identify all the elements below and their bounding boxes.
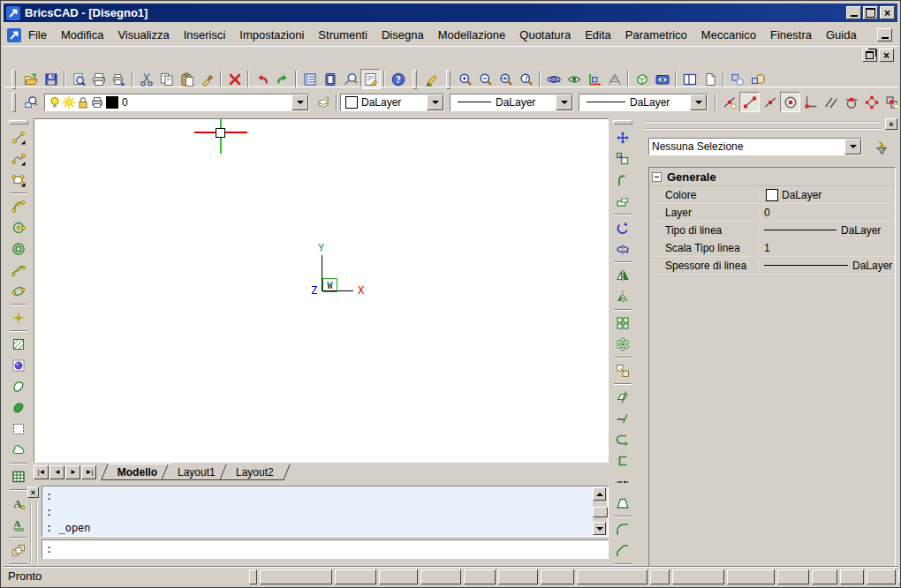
toolbar-grip[interactable] <box>11 93 16 112</box>
command-input[interactable] <box>42 539 609 559</box>
mirror-3d-button[interactable] <box>612 286 633 307</box>
snap-perpendicular-button[interactable] <box>800 92 821 112</box>
menu-item-guida[interactable]: Guida <box>819 26 864 44</box>
tab-last-button[interactable]: ►| <box>81 465 96 479</box>
linetype-combo-dropdown[interactable] <box>556 94 572 110</box>
rotate-button[interactable] <box>612 217 633 238</box>
copy-mod-button[interactable] <box>612 148 633 170</box>
toolbar-grip[interactable] <box>9 120 28 124</box>
offset-button[interactable] <box>612 170 633 191</box>
quick-select-button[interactable] <box>874 139 892 156</box>
snap-midpoint-button[interactable] <box>760 92 780 112</box>
menu-item-meccanico[interactable]: Meccanico <box>694 26 763 44</box>
join-button[interactable] <box>612 471 633 493</box>
break-button[interactable] <box>612 450 633 471</box>
menu-item-quotatura[interactable]: Quotatura <box>512 26 578 44</box>
draw-line-button[interactable] <box>8 127 29 148</box>
selection-combo[interactable]: Nessuna Selezione <box>648 138 862 155</box>
draw-wipeout-button[interactable] <box>8 418 29 440</box>
rotate-3d-button[interactable] <box>612 238 633 260</box>
stretch-button[interactable] <box>612 191 633 212</box>
snap-quadrant-button[interactable] <box>861 92 882 112</box>
lineweight-combo-dropdown[interactable] <box>690 94 707 110</box>
status-cell[interactable] <box>249 569 257 584</box>
mdi-restore-button[interactable] <box>862 49 877 62</box>
draw-arc-button[interactable] <box>8 196 29 217</box>
property-group-header[interactable]: Generale <box>649 168 895 186</box>
draw-point-button[interactable] <box>8 307 29 328</box>
menu-item-finestra[interactable]: Finestra <box>763 26 819 44</box>
command-scrollbar[interactable] <box>593 487 607 535</box>
menu-item-strumenti[interactable]: Strumenti <box>311 26 375 44</box>
status-cell[interactable] <box>867 569 896 584</box>
draw-mtext-button[interactable]: A <box>8 514 29 535</box>
status-cell[interactable] <box>577 569 647 584</box>
selection-combo-dropdown[interactable] <box>844 139 861 155</box>
menu-item-visualizza[interactable]: Visualizza <box>110 26 176 44</box>
draw-region-button[interactable] <box>8 376 29 397</box>
draw-hatch-button[interactable] <box>8 334 29 355</box>
mirror-button[interactable] <box>612 265 633 286</box>
array-button[interactable] <box>612 313 633 334</box>
layers-button[interactable] <box>313 92 333 112</box>
draw-text-button[interactable]: A <box>8 493 29 514</box>
menu-item-file[interactable]: File <box>21 26 54 44</box>
draw-polyline-button[interactable] <box>8 148 29 170</box>
snap-insertion-button[interactable] <box>882 92 897 112</box>
status-cell[interactable] <box>727 569 775 584</box>
menu-item-disegna[interactable]: Disegna <box>375 26 431 44</box>
chamfer-button[interactable] <box>612 540 633 562</box>
snap-endpoint-button[interactable] <box>739 92 760 112</box>
draw-cloud-button[interactable] <box>8 440 29 461</box>
mdi-minimize-button[interactable] <box>877 28 892 41</box>
drawing-canvas[interactable]: Y X Z W <box>34 118 609 463</box>
mdi-close-button[interactable]: × <box>879 49 894 62</box>
fillet-button[interactable] <box>612 519 633 540</box>
draw-ellipse-button[interactable] <box>8 281 29 302</box>
tab-next-button[interactable]: ► <box>65 465 80 479</box>
status-cell[interactable] <box>379 569 418 584</box>
trim-button[interactable] <box>612 387 633 408</box>
status-cell[interactable] <box>335 569 376 584</box>
insert-block-button[interactable] <box>8 540 29 562</box>
command-dock-handle[interactable]: × <box>27 485 40 567</box>
close-button[interactable]: × <box>880 6 895 19</box>
color-combo[interactable]: DaLayer <box>340 94 444 111</box>
status-cell[interactable] <box>420 569 461 584</box>
status-cell[interactable] <box>541 569 574 584</box>
move-button[interactable] <box>612 127 633 148</box>
draw-table-button[interactable] <box>8 466 29 487</box>
menu-item-inserisci[interactable]: Inserisci <box>177 26 233 44</box>
status-cell[interactable] <box>650 569 670 584</box>
tab-first-button[interactable]: |◄ <box>34 465 49 479</box>
array-polar-button[interactable] <box>612 334 633 355</box>
lineweight-combo[interactable]: DaLayer <box>579 94 708 111</box>
toolbar-grip[interactable] <box>613 120 632 124</box>
snap-tangent-button[interactable] <box>841 92 861 112</box>
scrollbar-thumb[interactable] <box>593 507 608 517</box>
menu-item-edita[interactable]: Edita <box>578 26 618 44</box>
minimize-button[interactable] <box>846 6 861 19</box>
tab-layout2[interactable]: Layout2 <box>219 464 290 480</box>
draw-solid-button[interactable] <box>8 397 29 418</box>
properties-close-button[interactable]: × <box>885 118 897 130</box>
menu-item-modifica[interactable]: Modifica <box>54 26 110 44</box>
status-cell[interactable] <box>260 569 332 584</box>
tab-prev-button[interactable]: ◄ <box>49 465 64 479</box>
snap-center-button[interactable] <box>780 92 800 112</box>
scroll-up-button[interactable] <box>593 487 606 501</box>
draw-spline-button[interactable] <box>8 260 29 281</box>
command-close-button[interactable]: × <box>27 486 39 498</box>
draw-rectangle-button[interactable] <box>8 170 29 191</box>
menu-item-impostazioni[interactable]: Impostazioni <box>232 26 311 44</box>
status-cell[interactable] <box>464 569 496 584</box>
snap-nearest-button[interactable] <box>719 92 739 112</box>
draw-gradient-button[interactable] <box>8 355 29 376</box>
scroll-down-button[interactable] <box>593 522 606 535</box>
status-cell[interactable] <box>498 569 538 584</box>
draw-donut-button[interactable] <box>8 238 29 260</box>
draw-circle-button[interactable] <box>8 217 29 238</box>
status-cell[interactable] <box>840 569 864 584</box>
color-combo-dropdown[interactable] <box>427 94 443 110</box>
menu-item-parametrico[interactable]: Parametrico <box>618 26 694 44</box>
